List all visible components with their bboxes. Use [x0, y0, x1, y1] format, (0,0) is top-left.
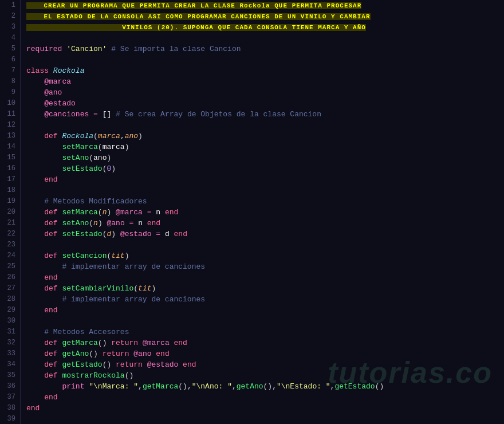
code-line-34: def getEstado() return @estado end: [26, 359, 504, 370]
code-line-21: def setAno(n) @ano = n end: [26, 218, 504, 229]
code-line-39: [26, 414, 504, 424]
code-line-33: def getAno() return @ano end: [26, 348, 504, 359]
code-line-36: print "\nMarca: ",getMarca(),"\nAno: ",g…: [26, 381, 504, 392]
code-line-38: end: [26, 403, 504, 414]
code-line-16: setEstado(0): [26, 163, 504, 174]
code-line-27: def setCambiarVinilo(tit): [26, 283, 504, 294]
code-line-1: CREAR UN PROGRAMA QUE PERMITA CREAR LA C…: [26, 0, 504, 11]
code-line-3: VINILOS (20). SUPONGA QUE CADA CONSOLA T…: [26, 22, 504, 33]
code-line-14: setMarca(marca): [26, 142, 504, 152]
code-line-7: class Rockola: [26, 65, 504, 76]
code-line-25: # implementar array de canciones: [26, 261, 504, 272]
code-line-23: [26, 240, 504, 250]
code-line-28: # implementar array de canciones: [26, 294, 504, 305]
code-line-26: end: [26, 272, 504, 283]
line-numbers: 1 2 3 4 5 6 7 8 9 10 11 12 13 14 15 16 1…: [0, 0, 21, 424]
code-content[interactable]: CREAR UN PROGRAMA QUE PERMITA CREAR LA C…: [21, 0, 504, 424]
code-line-10: @estado: [26, 98, 504, 109]
code-line-35: def mostrarRockola(): [26, 370, 504, 381]
code-line-4: [26, 33, 504, 44]
code-line-8: @marca: [26, 76, 504, 87]
code-line-37: end: [26, 392, 504, 403]
code-line-5: required 'Cancion' # Se importa la clase…: [26, 44, 504, 54]
code-line-24: def setCancion(tit): [26, 250, 504, 261]
code-line-32: def getMarca() return @marca end: [26, 337, 504, 348]
code-line-20: def setMarca(n) @marca = n end: [26, 207, 504, 218]
code-line-13: def Rockola(marca,ano): [26, 131, 504, 142]
code-line-12: [26, 120, 504, 131]
code-line-19: # Metodos Modificadores: [26, 196, 504, 207]
code-line-2: EL ESTADO DE LA CONSOLA ASI COMO PROGRAM…: [26, 11, 504, 22]
code-line-15: setAno(ano): [26, 152, 504, 163]
code-line-17: end: [26, 174, 504, 185]
code-line-29: end: [26, 305, 504, 316]
code-line-30: [26, 316, 504, 327]
code-line-18: [26, 185, 504, 196]
code-line-6: [26, 54, 504, 65]
code-line-11: @canciones = [] # Se crea Array de Objet…: [26, 109, 504, 120]
code-line-22: def setEstado(d) @estado = d end: [26, 229, 504, 240]
code-line-9: @ano: [26, 87, 504, 98]
code-line-31: # Metodos Accesores: [26, 327, 504, 337]
code-editor: 1 2 3 4 5 6 7 8 9 10 11 12 13 14 15 16 1…: [0, 0, 504, 424]
